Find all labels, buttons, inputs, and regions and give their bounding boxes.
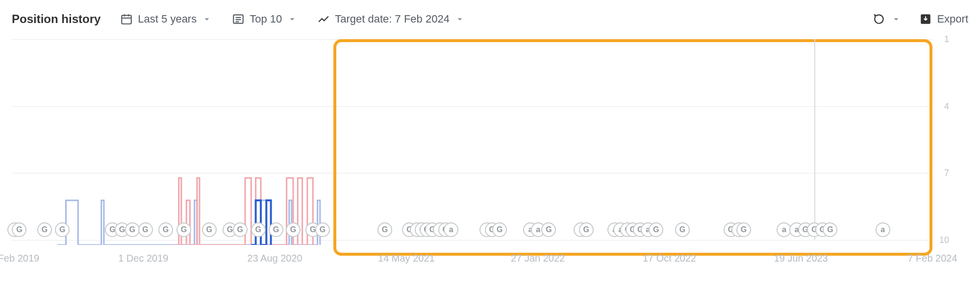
chevron-down-icon xyxy=(454,14,465,24)
google-update-marker-icon[interactable] xyxy=(138,222,153,237)
gridline xyxy=(12,39,932,40)
y-tick-label: 1 xyxy=(944,34,949,45)
google-update-marker-icon[interactable] xyxy=(736,222,751,237)
y-tick-label: 4 xyxy=(944,101,949,111)
x-tick-label: 14 Feb 2019 xyxy=(0,253,39,264)
google-update-marker-icon[interactable] xyxy=(541,222,556,237)
google-update-marker-icon[interactable] xyxy=(492,222,507,237)
x-tick-label: 23 Aug 2020 xyxy=(247,253,302,264)
x-tick-label: 1 Dec 2019 xyxy=(118,253,168,264)
google-update-marker-icon[interactable] xyxy=(286,222,301,237)
google-update-marker-icon[interactable] xyxy=(55,222,70,237)
series-lines xyxy=(12,44,932,245)
export-label: Export xyxy=(937,13,968,25)
google-update-marker-icon[interactable] xyxy=(233,222,248,237)
trend-icon xyxy=(317,13,330,25)
calendar-icon xyxy=(120,13,133,25)
download-icon xyxy=(919,13,932,25)
plot-area[interactable]: 14710 xyxy=(12,39,932,240)
top-filter-label: Top 10 xyxy=(250,13,282,25)
toolbar: Position history Last 5 years Top 10 Tar… xyxy=(0,0,980,34)
google-update-marker-icon[interactable] xyxy=(649,222,663,237)
google-update-marker-icon[interactable] xyxy=(125,222,140,237)
google-update-marker-icon[interactable] xyxy=(675,222,690,237)
google-update-marker-icon[interactable] xyxy=(12,222,26,237)
page-title: Position history xyxy=(12,12,101,26)
google-update-marker-icon[interactable] xyxy=(579,222,594,237)
google-update-marker-icon[interactable] xyxy=(158,222,173,237)
list-icon xyxy=(232,13,245,25)
google-update-marker-icon[interactable] xyxy=(377,222,392,237)
x-tick-label: 19 Jun 2023 xyxy=(774,253,828,264)
target-date-label: Target date: 7 Feb 2024 xyxy=(335,13,450,25)
x-axis: 14 Feb 20191 Dec 201923 Aug 202014 May 2… xyxy=(12,250,932,269)
x-tick-label: 14 May 2021 xyxy=(378,253,435,264)
top-filter-selector[interactable]: Top 10 xyxy=(232,13,298,25)
google-update-marker-icon[interactable] xyxy=(37,222,52,237)
svg-rect-0 xyxy=(122,15,132,24)
chevron-down-icon xyxy=(287,14,298,24)
target-date-selector[interactable]: Target date: 7 Feb 2024 xyxy=(317,13,465,25)
x-tick-label: 27 Jan 2022 xyxy=(511,253,565,264)
chevron-down-icon xyxy=(201,14,212,24)
comment-icon xyxy=(873,13,886,25)
date-range-selector[interactable]: Last 5 years xyxy=(120,13,212,25)
comment-menu[interactable] xyxy=(873,13,902,25)
y-tick-label: 7 xyxy=(944,168,949,178)
google-update-marker-icon[interactable] xyxy=(269,222,283,237)
google-update-marker-icon[interactable] xyxy=(823,222,837,237)
date-range-label: Last 5 years xyxy=(138,13,197,25)
export-button[interactable]: Export xyxy=(919,13,968,25)
y-tick-label: 10 xyxy=(939,235,949,245)
google-update-marker-icon[interactable] xyxy=(315,222,330,237)
x-tick-label: 7 Feb 2024 xyxy=(907,253,957,264)
chevron-down-icon xyxy=(891,14,902,24)
google-update-marker-icon[interactable] xyxy=(251,222,266,237)
x-tick-label: 17 Oct 2022 xyxy=(643,253,696,264)
google-update-marker-icon[interactable] xyxy=(202,222,217,237)
algorithm-update-marker-icon[interactable] xyxy=(444,222,458,237)
google-update-marker-icon[interactable] xyxy=(176,222,191,237)
chart-container: 14710 14 Feb 20191 Dec 201923 Aug 202014… xyxy=(12,34,968,279)
algorithm-update-marker-icon[interactable] xyxy=(876,222,890,237)
event-markers xyxy=(12,221,932,240)
